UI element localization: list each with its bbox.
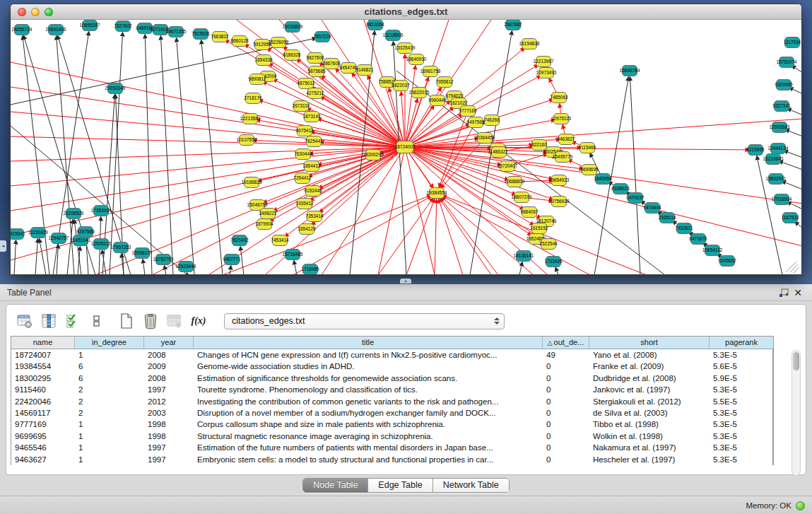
graph-edge[interactable] <box>143 259 145 274</box>
graph-node[interactable]: 4275212 <box>306 88 324 99</box>
scrollbar-thumb[interactable] <box>793 352 799 370</box>
graph-node[interactable]: 2718176 <box>244 93 262 104</box>
delete-column-button[interactable] <box>142 313 159 329</box>
graph-node[interactable]: 7453414 <box>271 235 289 246</box>
graph-edge[interactable] <box>230 266 231 274</box>
graph-edge[interactable] <box>110 33 123 274</box>
graph-node[interactable]: 9245652 <box>718 256 736 267</box>
graph-node[interactable]: 13218506 <box>383 30 404 41</box>
graph-node[interactable]: 2522544 <box>539 239 558 250</box>
graph-node[interactable]: 9884067 <box>520 207 539 218</box>
graph-node[interactable]: 1640954 <box>594 174 612 185</box>
create-column-button[interactable] <box>118 313 135 329</box>
table-row[interactable]: 946554611997Estimation of the future num… <box>11 442 773 453</box>
graph-node[interactable]: 19384554 <box>427 188 447 199</box>
graph-node[interactable]: 10655287 <box>80 21 100 31</box>
graph-node[interactable]: 16154838 <box>519 39 540 49</box>
graph-node[interactable]: 15692931 <box>766 174 787 185</box>
graph-node[interactable]: 18807299 <box>512 192 532 203</box>
graph-node[interactable]: 12213589 <box>240 114 261 124</box>
table-row[interactable]: 977716911998Corpus callosum shape and si… <box>11 419 773 430</box>
graph-node[interactable]: 8471676 <box>689 234 707 245</box>
graph-node[interactable]: 18300295 <box>363 150 384 160</box>
network-canvas[interactable]: 2405572420691406106552871527602846616010… <box>11 20 801 274</box>
graph-node[interactable]: 9329965 <box>775 80 793 90</box>
graph-node[interactable]: 14136141 <box>514 251 534 262</box>
graph-node[interactable]: 9827508 <box>306 53 324 64</box>
graph-node[interactable]: 12975115 <box>551 114 572 124</box>
graph-edge[interactable] <box>152 147 405 274</box>
column-settings-button[interactable] <box>16 313 33 329</box>
graph-node[interactable]: 14671355 <box>166 27 187 37</box>
column-header-name[interactable]: name <box>11 337 75 349</box>
graph-node[interactable]: 5875685 <box>307 66 326 77</box>
graph-node[interactable]: 822160 <box>531 140 547 151</box>
function-builder-button[interactable]: f(x) <box>190 313 207 329</box>
graph-node[interactable]: 17353964 <box>91 206 112 216</box>
delete-table-button[interactable] <box>166 313 183 329</box>
graph-node[interactable]: 8215955 <box>746 145 765 156</box>
graph-node[interactable]: 18724007 <box>395 141 416 153</box>
graph-node[interactable]: 12213967 <box>534 57 554 67</box>
graph-node[interactable]: 6479197 <box>626 193 645 204</box>
graph-edge[interactable] <box>177 38 194 274</box>
graph-node[interactable]: 1733426 <box>544 257 563 267</box>
graph-node[interactable]: 1167533 <box>782 213 799 223</box>
graph-node[interactable]: 15716485 <box>283 250 303 260</box>
table-scrollbar[interactable] <box>792 350 801 476</box>
graph-node[interactable]: 6822037 <box>392 81 410 91</box>
graph-edge[interactable] <box>787 109 801 115</box>
graph-edge[interactable] <box>293 196 431 274</box>
column-header-title[interactable]: title <box>194 337 543 349</box>
graph-node[interactable]: 8660128 <box>230 36 249 47</box>
resize-grip-icon[interactable] <box>790 264 798 272</box>
graph-node[interactable]: 10654112 <box>702 245 723 256</box>
graph-node[interactable]: 1854412 <box>302 161 321 172</box>
column-header-pagerank[interactable]: pagerank <box>710 337 773 349</box>
graph-node[interactable]: 9152445 <box>304 186 322 197</box>
graph-node[interactable]: 13325419 <box>395 43 416 54</box>
graph-node[interactable]: 1117534 <box>784 37 801 48</box>
graph-node[interactable]: 7630444 <box>294 149 312 160</box>
graph-node[interactable]: 8454749 <box>339 63 358 74</box>
graph-node[interactable]: 1873143 <box>302 112 321 122</box>
graph-node[interactable]: 12923448 <box>176 262 196 272</box>
graph-node[interactable]: 9675412 <box>295 126 314 136</box>
column-header-out_de[interactable]: △out_de... <box>543 337 589 349</box>
graph-node[interactable]: 7254412 <box>293 173 312 184</box>
graph-node[interactable]: 2687682 <box>504 20 522 30</box>
graph-node[interactable]: 1527602 <box>114 21 132 32</box>
graph-node[interactable]: 7663822 <box>211 32 229 42</box>
table-row[interactable]: 1872400712008Changes of HCN gene express… <box>11 349 773 361</box>
graph-node[interactable]: 7932621 <box>675 223 693 234</box>
graph-edge[interactable] <box>294 261 297 274</box>
graph-edge[interactable] <box>439 199 463 274</box>
graph-node[interactable]: 7625402 <box>230 235 249 246</box>
graph-node[interactable]: 9777169 <box>459 106 477 117</box>
table-row[interactable]: 969969511998Structural magnetic resonanc… <box>11 431 773 442</box>
graph-node[interactable]: 12942757 <box>49 233 69 244</box>
graph-edge[interactable] <box>145 35 152 274</box>
graph-node[interactable]: 12444134 <box>768 144 789 154</box>
graph-node[interactable]: 16782759 <box>153 255 174 265</box>
graph-node[interactable]: 12093583 <box>770 122 790 133</box>
graph-node[interactable]: 10973493 <box>536 68 557 78</box>
graph-node[interactable]: 9463627 <box>557 134 575 145</box>
graph-edge[interactable] <box>406 199 435 274</box>
graph-node[interactable]: 2935114 <box>659 213 676 223</box>
graph-edge[interactable] <box>165 266 166 274</box>
tab-network-table[interactable]: Network Table <box>433 479 509 492</box>
window-titlebar[interactable]: citations_edges.txt <box>11 4 801 20</box>
graph-node[interactable]: 9457771 <box>223 255 241 265</box>
table-selector-dropdown[interactable]: citations_edges.txt <box>224 313 505 329</box>
graph-node[interactable]: 9297588 <box>76 227 95 238</box>
graph-node[interactable]: 8813054 <box>366 20 384 30</box>
graph-node[interactable]: 1654338 <box>254 55 273 66</box>
graph-node[interactable]: 17957253 <box>111 243 131 253</box>
graph-edge[interactable] <box>440 198 498 274</box>
column-header-short[interactable]: short <box>589 337 710 349</box>
left-panel-collapse-handle[interactable]: ◂ <box>0 240 6 252</box>
graph-node[interactable]: 7353414 <box>305 211 324 222</box>
graph-edge[interactable] <box>240 247 244 274</box>
graph-node[interactable]: 10107553 <box>237 135 257 146</box>
